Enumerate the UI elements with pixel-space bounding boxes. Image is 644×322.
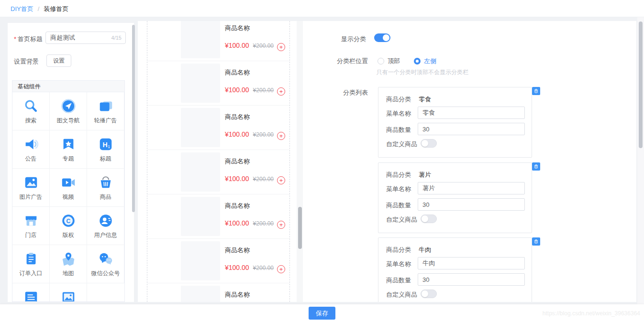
page-scrollbar[interactable] [639,21,643,148]
component-item-article[interactable] [12,283,50,302]
product-row[interactable]: 商品名称¥100.00¥200.00+ [147,21,289,61]
original-price: ¥200.00 [253,176,274,182]
component-item-order-entry[interactable]: 订单入口 [12,245,50,283]
menu-name-input[interactable] [422,107,521,118]
component-item-label: 地图 [50,269,87,278]
component-item-video[interactable]: 视频 [50,169,87,207]
product-row[interactable]: 商品名称¥100.00¥200.00+ [147,150,289,194]
product-row[interactable]: 商品名称¥100.00¥200.00+ [147,106,289,150]
component-item-image-ad[interactable]: 图片广告 [12,169,50,207]
category-card: 商品分类薯片菜单名称商品数量自定义商品 [378,162,532,233]
product-name: 商品名称 [225,157,250,166]
show-category-toggle[interactable] [374,33,390,42]
add-to-cart-button[interactable]: + [277,265,285,273]
home-title-input[interactable] [50,32,105,43]
component-item-title[interactable]: H1标题 [87,130,124,169]
category-list-label: 分类列表 [311,88,368,97]
product-name: 商品名称 [225,202,250,210]
category-field-label: 商品分类 [386,246,411,254]
add-to-cart-button[interactable]: + [277,176,285,184]
announcement-icon [23,136,39,152]
custom-goods-toggle[interactable] [421,139,437,148]
product-row[interactable]: 商品名称¥100.00¥200.00+ [147,194,289,239]
trash-icon [532,88,540,94]
product-row[interactable]: 商品名称¥100.00¥200.00+ [147,239,289,283]
product-name: 商品名称 [225,246,250,255]
component-item-goods[interactable]: 商品 [87,169,124,207]
current-price: ¥100.00 [225,175,249,182]
quantity-input[interactable] [422,274,521,285]
component-item-carousel-ad[interactable]: 轮播广告 [87,92,124,130]
component-item-label: 图文导航 [50,117,87,125]
component-item-image-text-nav[interactable]: 图文导航 [50,92,87,130]
add-to-cart-button[interactable]: + [277,87,285,96]
component-item-label: 专题 [50,155,87,163]
breadcrumb-diy-home[interactable]: DIY首页 [11,5,33,12]
component-item-announcement[interactable]: 公告 [12,130,50,169]
component-item-label: 订单入口 [12,269,49,278]
set-background-button[interactable]: 设置 [46,54,71,67]
breadcrumb-separator: / [38,5,40,12]
radio-position-top[interactable] [378,58,384,64]
preview-scrollbar[interactable] [298,207,302,249]
add-to-cart-button[interactable]: + [277,43,285,51]
radio-position-left-label[interactable]: 左侧 [424,57,436,65]
product-list-preview[interactable]: 商品名称¥100.00¥200.00+商品名称¥100.00¥200.00+商品… [147,21,289,302]
custom-goods-toggle[interactable] [421,290,437,298]
wechat-mp-icon [98,251,114,267]
component-item-label: 公告 [12,155,49,163]
add-to-cart-button[interactable]: + [277,221,285,229]
product-row[interactable]: 商品名称¥100.00¥200.00+ [147,61,289,106]
add-to-cart-button[interactable]: + [277,132,285,140]
quantity-input-wrap [418,273,525,286]
toggle-knob [383,34,389,41]
svg-text:H: H [102,141,107,149]
radio-position-left[interactable] [414,58,421,64]
custom-goods-toggle[interactable] [421,215,437,223]
product-price-line: ¥100.00¥200.00+ [225,175,285,184]
original-price: ¥200.00 [253,43,274,49]
original-price: ¥200.00 [253,131,274,138]
original-price: ¥200.00 [253,265,274,271]
breadcrumb: DIY首页/装修首页 [11,5,68,13]
footer-bar: 保存 https://blog.csdn.net/weixin_39636364 [0,304,644,322]
home-title-label: *首页标题 [14,35,43,43]
menu-name-input[interactable] [422,258,521,269]
save-button[interactable]: 保存 [309,307,335,320]
quantity-input[interactable] [422,123,521,135]
original-price: ¥200.00 [253,220,274,227]
trash-icon [532,164,540,169]
component-item-wechat-mp[interactable]: 微信公众号 [87,245,124,283]
breadcrumb-bar: DIY首页/装修首页 [0,0,644,17]
delete-category-button[interactable] [532,162,540,171]
category-card: 商品分类牛肉菜单名称商品数量自定义商品 [378,237,532,302]
component-item-user-info[interactable]: 用户信息 [87,207,124,245]
quantity-input-wrap [418,123,525,135]
sidebar-scrollbar[interactable] [132,25,135,212]
component-item-copyright[interactable]: C版权 [50,207,87,245]
svg-text:1: 1 [108,144,110,149]
product-price-line: ¥100.00¥200.00+ [225,130,285,140]
component-item-topic[interactable]: 专题 [50,130,87,169]
topic-icon [60,136,77,152]
product-row[interactable]: 商品名称¥100.00¥200.00+ [147,283,289,302]
component-sidebar: *首页标题 4/15 设置背景 设置 基础组件 搜索图文导航轮播广告公告专题H1… [8,23,134,302]
goods-icon [98,174,114,191]
component-item-label: 商品 [87,193,124,201]
component-item-map[interactable]: 地图 [50,245,87,283]
search-icon [23,98,39,114]
quantity-label: 商品数量 [386,276,411,285]
quantity-input[interactable] [422,199,521,210]
component-item-search[interactable]: 搜索 [12,92,50,130]
component-item-store[interactable]: 门店 [12,207,50,245]
component-item-label: 微信公众号 [87,269,124,278]
radio-position-top-label[interactable]: 顶部 [388,57,400,65]
component-item-gallery[interactable] [50,283,87,302]
home-title-input-wrap: 4/15 [45,32,126,44]
delete-category-button[interactable] [532,237,540,246]
product-image-placeholder [181,241,220,280]
delete-category-button[interactable] [532,87,540,95]
component-item-label: 版权 [50,231,87,239]
toggle-knob [422,290,428,297]
menu-name-input[interactable] [422,182,521,194]
